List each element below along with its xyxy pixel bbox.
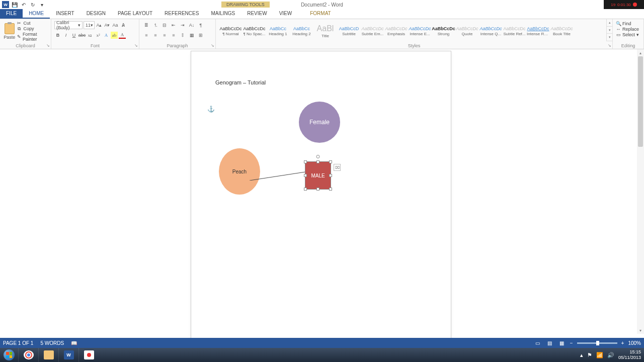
resize-handle-nw[interactable] (304, 160, 307, 163)
highlight-button[interactable]: ab (111, 32, 118, 39)
change-case-button[interactable]: Aa (112, 22, 119, 29)
style-title[interactable]: AaBlTitle (313, 20, 337, 42)
taskbar-explorer[interactable] (38, 348, 58, 362)
find-button[interactable]: 🔍Find (616, 21, 640, 26)
styles-down-button[interactable]: ▾ (607, 27, 612, 34)
shrink-font-button[interactable]: A▾ (104, 22, 111, 29)
tab-file[interactable]: FILE (0, 9, 23, 19)
tab-home[interactable]: HOME (23, 9, 50, 19)
qat-dropdown-icon[interactable]: ▾ (38, 1, 45, 8)
style-subtle-em-[interactable]: AaBbCcDcSubtle Em... (361, 20, 384, 42)
word-app-icon[interactable]: W (2, 1, 9, 8)
style-subtle-ref-[interactable]: AaBbCcDcSubtle Ref... (503, 20, 526, 42)
select-button[interactable]: ▭Select▾ (616, 32, 640, 37)
strike-button[interactable]: abc (78, 32, 86, 39)
tray-flag-icon[interactable]: ⚑ (587, 352, 592, 358)
style-subtitle[interactable]: AaBbCcDSubtitle (337, 20, 361, 42)
cut-button[interactable]: ✂Cut (17, 21, 48, 26)
resize-handle-s[interactable] (316, 188, 319, 191)
word-count[interactable]: 5 WORDS (40, 340, 64, 346)
tab-mailings[interactable]: MAILINGS (205, 9, 241, 19)
resize-handle-sw[interactable] (304, 188, 307, 191)
rotate-handle-icon[interactable] (316, 155, 320, 158)
zoom-thumb[interactable] (596, 341, 599, 345)
paragraph-launcher-icon[interactable]: ↘ (211, 43, 214, 48)
vertical-scrollbar[interactable]: ▴ ▾ (637, 49, 644, 334)
tray-up-icon[interactable]: ▴ (580, 352, 583, 358)
zoom-slider[interactable] (577, 342, 617, 344)
styles-launcher-icon[interactable]: ↘ (608, 43, 611, 48)
tray-network-icon[interactable]: 📶 (596, 352, 603, 358)
text-effects-button[interactable]: A (103, 32, 110, 39)
font-name-select[interactable]: Calibri (Body)▾ (54, 21, 83, 29)
scroll-down-button[interactable]: ▾ (637, 327, 644, 334)
scroll-thumb[interactable] (638, 56, 643, 147)
scroll-up-button[interactable]: ▴ (637, 49, 644, 56)
tab-insert[interactable]: INSERT (50, 9, 80, 19)
clear-format-button[interactable]: A̷ (120, 22, 127, 29)
style-intense-re-[interactable]: AaBbCcDcIntense Re... (526, 20, 550, 42)
justify-button[interactable]: ≡ (170, 32, 178, 39)
copy-button[interactable]: ⧉Copy (17, 26, 48, 31)
borders-button[interactable]: ⊞ (197, 32, 205, 39)
resize-handle-n[interactable] (316, 160, 319, 163)
tab-format[interactable]: FORMAT (304, 9, 337, 19)
tab-design[interactable]: DESIGN (80, 9, 112, 19)
resize-handle-se[interactable] (329, 188, 332, 191)
subscript-button[interactable]: x₂ (87, 32, 94, 39)
resize-handle-w[interactable] (304, 174, 307, 177)
zoom-in-button[interactable]: + (621, 340, 624, 346)
resize-handle-ne[interactable] (329, 160, 332, 163)
multilevel-button[interactable]: ⊟ (160, 22, 169, 29)
style-heading-1[interactable]: AaBbCcHeading 1 (266, 20, 290, 42)
shape-female-circle[interactable]: Female (299, 102, 340, 143)
increase-indent-button[interactable]: ⇥ (179, 22, 187, 29)
tab-review[interactable]: REVIEW (241, 9, 273, 19)
sort-button[interactable]: A↓ (188, 22, 196, 29)
show-marks-button[interactable]: ¶ (197, 22, 205, 29)
paste-button[interactable]: Paste (3, 20, 16, 42)
tab-references[interactable]: REFERENCES (158, 9, 205, 19)
tab-page-layout[interactable]: PAGE LAYOUT (112, 9, 158, 19)
shading-button[interactable]: ▦ (188, 32, 196, 39)
system-clock[interactable]: 15:15 05/11/2013 (618, 349, 641, 360)
style-strong[interactable]: AaBbCcDcStrong (432, 20, 455, 42)
font-size-select[interactable]: 11▾ (84, 21, 95, 29)
format-painter-button[interactable]: ✎Format Painter (17, 32, 48, 42)
style--normal[interactable]: AaBbCcDc¶ Normal (219, 20, 243, 42)
line-spacing-button[interactable]: ‡ (179, 32, 187, 39)
style-book-title[interactable]: AaBbCcDcBook Title (550, 20, 574, 42)
align-right-button[interactable]: ≡ (160, 32, 169, 39)
zoom-out-button[interactable]: − (570, 340, 573, 346)
taskbar-recorder[interactable] (78, 348, 99, 362)
style-quote[interactable]: AaBbCcDcQuote (455, 20, 479, 42)
document-page[interactable]: Genogram – Tutorial ⚓ Female Peach MALE (191, 51, 451, 341)
shape-male-square[interactable]: MALE ⌧ (305, 162, 331, 189)
zoom-level[interactable]: 100% (628, 340, 641, 346)
document-heading[interactable]: Genogram – Tutorial (215, 79, 427, 85)
italic-button[interactable]: I (62, 32, 69, 39)
proofing-icon[interactable]: 📖 (71, 340, 77, 346)
taskbar-chrome[interactable] (18, 348, 38, 362)
underline-button[interactable]: U (70, 32, 77, 39)
save-icon[interactable]: 💾 (11, 1, 18, 8)
tray-volume-icon[interactable]: 🔊 (607, 352, 614, 358)
layout-options-button[interactable]: ⌧ (334, 164, 341, 171)
styles-expand-button[interactable]: ▾ (607, 34, 612, 41)
replace-button[interactable]: ↔Replace (616, 27, 640, 32)
redo-icon[interactable]: ↻ (29, 1, 36, 8)
document-workspace[interactable]: Genogram – Tutorial ⚓ Female Peach MALE (0, 49, 644, 341)
font-color-button[interactable]: A (119, 32, 126, 39)
grow-font-button[interactable]: A▴ (96, 22, 103, 29)
tab-view[interactable]: VIEW (273, 9, 298, 19)
print-layout-button[interactable]: ▤ (546, 339, 554, 346)
style-emphasis[interactable]: AaBbCcDcEmphasis (384, 20, 408, 42)
numbering-button[interactable]: ⒈ (151, 22, 159, 29)
start-button[interactable] (0, 348, 18, 362)
bullets-button[interactable]: ≣ (142, 22, 150, 29)
style-heading-2[interactable]: AaBbCcHeading 2 (290, 20, 313, 42)
style--no-spac-[interactable]: AaBbCcDc¶ No Spac... (243, 20, 266, 42)
styles-up-button[interactable]: ▴ (607, 19, 612, 27)
page-indicator[interactable]: PAGE 1 OF 1 (3, 340, 33, 346)
scroll-track[interactable] (637, 56, 644, 327)
